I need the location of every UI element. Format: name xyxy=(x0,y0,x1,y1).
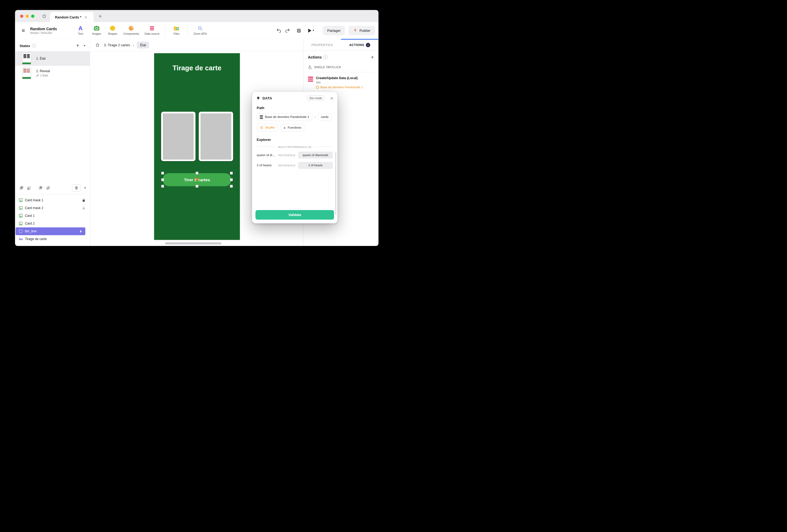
phone-screen[interactable]: Tirage de carte Tirer 2 cartes ✕ xyxy=(154,53,240,240)
reference-value-chip[interactable]: 2 of hearts xyxy=(298,162,333,169)
state-thumbnail xyxy=(22,52,31,64)
left-sidebar: States ? + ▾ 1. État xyxy=(15,39,90,246)
state-thumbnail xyxy=(22,67,31,79)
add-action-button[interactable]: + xyxy=(371,55,374,60)
chevron-right-icon: › xyxy=(133,43,134,47)
paste-layer-icon[interactable] xyxy=(27,186,31,190)
minimize-window-button[interactable] xyxy=(26,15,29,18)
selection-handle[interactable] xyxy=(196,185,198,187)
reference-value-chip[interactable]: queen of diamonds xyxy=(298,152,333,158)
breadcrumb-home-button[interactable] xyxy=(93,41,101,49)
horizontal-scrollbar[interactable] xyxy=(165,242,221,244)
selection-handle[interactable] xyxy=(196,172,198,175)
bring-forward-icon[interactable] xyxy=(38,186,43,190)
states-help-icon[interactable]: ? xyxy=(32,43,36,48)
tool-shapes[interactable]: Shapes xyxy=(105,25,121,35)
undo-icon xyxy=(276,28,281,33)
duplicate-layer-icon[interactable] xyxy=(19,186,23,190)
path-child-chip[interactable]: cards xyxy=(318,113,332,121)
toolbar-right-controls: ▾ Partager Publier xyxy=(275,26,375,35)
zoom-window-button[interactable] xyxy=(31,15,34,18)
layer-card-2[interactable]: Card 2 xyxy=(15,219,90,227)
plus-icon: + xyxy=(284,126,286,129)
shuffle-chip[interactable]: Shuffle xyxy=(257,124,278,131)
card-back-1[interactable] xyxy=(161,112,196,161)
window-tab-bar: Random Cards * ✕ + xyxy=(15,10,378,22)
card-back-2[interactable] xyxy=(199,112,233,161)
selection-handle[interactable] xyxy=(161,172,164,175)
publish-button[interactable]: Publier xyxy=(348,26,375,35)
send-backward-icon[interactable] xyxy=(46,186,50,190)
breadcrumb-state-chip[interactable]: État xyxy=(137,41,149,48)
play-caret-icon[interactable]: ▾ xyxy=(313,29,314,32)
card-pattern xyxy=(163,113,194,159)
layer-card-mask-2[interactable]: Card mask 2 xyxy=(15,204,90,212)
validate-button[interactable]: Validate xyxy=(256,210,334,220)
selection-handle[interactable] xyxy=(230,178,233,181)
lock-icon[interactable] xyxy=(82,206,85,210)
magnifier-icon xyxy=(197,25,203,31)
new-tab-button[interactable]: + xyxy=(99,13,102,19)
tab-random-cards[interactable]: Random Cards * ✕ xyxy=(50,12,93,22)
preview-button[interactable]: ▾ xyxy=(306,26,316,35)
tool-data-source[interactable]: Data source xyxy=(142,25,162,35)
breadcrumb: 3. Tirage 2 cartes › État xyxy=(90,39,303,51)
reference-row[interactable]: queen of di… REFERENCE queen of diamonds xyxy=(257,152,333,158)
chevron-right-icon: › xyxy=(314,115,315,119)
selection-handle[interactable] xyxy=(161,178,164,181)
dialog-scrollbar[interactable] xyxy=(335,152,336,215)
lock-icon[interactable] xyxy=(82,198,85,202)
trigger-row[interactable]: SINGLE TAP/CLICK xyxy=(308,65,374,72)
tool-components[interactable]: Components xyxy=(121,25,142,35)
tab-actions[interactable]: ACTIONS 2 xyxy=(341,39,378,50)
layer-card-1[interactable]: Card 1 xyxy=(15,212,90,219)
redo-button[interactable] xyxy=(283,26,292,35)
reference-row[interactable]: 2 of hearts REFERENCE 2 of hearts xyxy=(257,162,333,169)
action-target-link[interactable]: Base de données PandaSuite 1 xyxy=(316,85,363,89)
share-button[interactable]: Partager xyxy=(323,26,345,35)
layer-btn-tirer[interactable]: btn_tirer xyxy=(16,228,85,235)
layer-card-mask-1[interactable]: Card mask 1 xyxy=(15,196,90,204)
tool-files[interactable]: Files xyxy=(168,25,185,35)
canvas-title-text[interactable]: Tirage de carte xyxy=(154,64,240,72)
add-state-button[interactable]: + xyxy=(76,43,79,48)
state-link-row[interactable]: 1 Etat xyxy=(36,74,50,77)
tool-text[interactable]: A Text xyxy=(72,25,88,35)
path-root-chip[interactable]: Base de données PandaSuite 1 xyxy=(257,113,312,121)
layer-tirage-de-carte[interactable]: Aa Tirage de carte xyxy=(15,235,90,243)
hexagon-icon xyxy=(110,25,115,31)
breadcrumb-page[interactable]: 3. Tirage 2 cartes xyxy=(104,43,130,47)
selection-handle[interactable] xyxy=(161,185,164,187)
hexagon-target-icon xyxy=(316,86,319,89)
undo-button[interactable] xyxy=(275,26,283,35)
state-item-reveal[interactable]: 2. Reveal 1 Etat xyxy=(15,66,90,80)
actions-help-icon[interactable]: ? xyxy=(323,55,328,59)
states-menu-caret-icon[interactable]: ▾ xyxy=(84,44,85,47)
tool-images[interactable]: Images xyxy=(88,25,105,35)
data-dialog-footer: Validate xyxy=(252,207,337,223)
close-window-button[interactable] xyxy=(20,15,23,18)
tab-close-icon[interactable]: ✕ xyxy=(84,16,87,19)
action-item[interactable]: Create/Update Data (Local) Set Base de d… xyxy=(308,76,374,89)
layers-menu-caret-icon[interactable]: ▾ xyxy=(84,186,86,190)
trash-icon xyxy=(75,186,78,190)
text-layer-icon: Aa xyxy=(19,237,22,241)
home-tab[interactable] xyxy=(39,10,50,22)
delete-layer-button[interactable] xyxy=(72,184,81,191)
dev-mode-badge[interactable]: Dev mode xyxy=(307,95,324,101)
tab-properties[interactable]: PROPERTIES xyxy=(303,39,341,50)
hamburger-menu-button[interactable]: ≡ xyxy=(18,26,28,35)
save-icon xyxy=(296,28,301,33)
play-icon xyxy=(308,28,312,33)
action-title: Create/Update Data (Local) xyxy=(316,76,363,80)
tool-zoom[interactable]: Zoom 82% xyxy=(191,25,210,35)
path-label: Path xyxy=(257,106,333,110)
state-item-etat[interactable]: 1. État xyxy=(15,51,90,66)
close-icon[interactable]: ✕ xyxy=(330,96,333,100)
save-button[interactable] xyxy=(295,26,303,35)
functions-chip[interactable]: + Functions xyxy=(280,124,304,131)
database-icon xyxy=(260,115,263,119)
selection-handle[interactable] xyxy=(230,185,233,187)
selection-handle[interactable] xyxy=(230,172,233,175)
multi-references-divider: MULTI-REFERENCES (2) xyxy=(257,145,333,148)
